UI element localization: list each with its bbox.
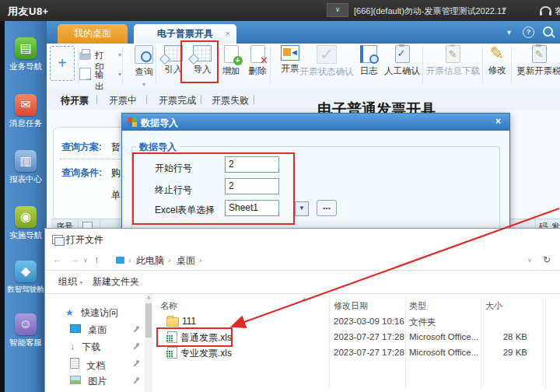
history-caret-icon[interactable]: ∨ [83, 257, 88, 264]
document-tabbar: 我的桌面 电子普票开具 × ▼ ? [47, 21, 560, 44]
dialog-title: 数据导入 [141, 117, 178, 130]
open-file-title: 打开文件 [66, 233, 103, 247]
sheet-select-combo[interactable]: Sheet1 [225, 200, 279, 216]
breadcrumb-desktop[interactable]: 桌面 [177, 254, 195, 268]
organize-button[interactable]: 组织 ▾ [58, 275, 82, 289]
tabbar-caret-icon[interactable]: ▼ [506, 29, 513, 37]
pin-icon [132, 376, 140, 384]
tab-invoicing[interactable]: 开票中 [109, 94, 137, 107]
delete-page-icon: ✕ [250, 45, 265, 63]
import-button[interactable]: 导入 [187, 45, 218, 75]
headset-icon[interactable] [540, 6, 551, 14]
up-icon[interactable]: ↑ [94, 254, 100, 265]
place-pictures[interactable]: 图片 [70, 375, 107, 388]
query-condition-value2: 单 [111, 189, 121, 202]
tab-failed[interactable]: 开票失败 [212, 94, 249, 107]
breadcrumb-this-pc[interactable]: 此电脑 [136, 254, 164, 268]
file-row-folder-111[interactable]: 111 2023-03-09 10:16 文件夹 [45, 314, 560, 329]
log-button[interactable]: 日志 [356, 45, 381, 77]
import-sheet-icon [193, 45, 212, 61]
organize-caret-icon: ▾ [79, 279, 82, 286]
end-row-label: 终止行号 [155, 184, 192, 197]
sidebar-item-impl-nav[interactable]: 实施导航 [5, 206, 47, 241]
column-date[interactable]: 修改日期 [334, 300, 368, 312]
sidebar-item-business-nav[interactable]: 业务导航 [5, 37, 47, 72]
dialog-grid-icon [128, 117, 137, 127]
dialog-close-icon[interactable]: × [495, 116, 501, 127]
manual-confirm-button[interactable]: 人工确认 [383, 45, 422, 77]
workspace-caret-icon[interactable]: ▼ [501, 5, 508, 13]
tab-close-icon[interactable]: × [226, 24, 230, 44]
titlebar-right-text: 客 [555, 5, 560, 17]
pull-in-sheet-icon [164, 45, 183, 61]
export-caret-icon: ▾ [118, 71, 121, 78]
query-magnifier-icon [135, 45, 153, 64]
query-scheme-value: 暂 [111, 141, 121, 154]
compass-icon [15, 206, 37, 228]
print-caret-icon: ▾ [118, 51, 121, 58]
status-check-icon [317, 45, 337, 64]
add-tab-button[interactable]: + [50, 46, 75, 81]
file-row-putong-fapiao[interactable]: 普通发票.xls 2023-07-27 17:28 Microsoft Offi… [45, 330, 560, 345]
address-dropdown-icon[interactable]: ∨ [527, 257, 532, 264]
column-type[interactable]: 类型 [409, 300, 426, 312]
invoice-icon [281, 45, 299, 61]
ribbon-toolbar: + 打印 ▾ 输出 ▾ 查询 ▾ 引入 导入 + 增加 [47, 44, 560, 90]
data-import-dialog: 数据导入 × 数据导入 开始行号 2 终止行号 2 Excel表单选择 Shee… [121, 113, 510, 237]
new-folder-button[interactable]: 新建文件夹 [93, 275, 139, 289]
this-pc-icon [116, 257, 124, 264]
app-window: 用友U8+ ∨ [666](default)勿动-发票管理测试2022.11 ▼… [0, 0, 560, 392]
pin-icon [132, 359, 140, 367]
excel-file-icon [167, 331, 177, 343]
refresh-icon[interactable]: ↻ [543, 254, 551, 265]
scroll-up-icon[interactable]: ∧ [145, 294, 152, 302]
start-row-label: 开始行号 [155, 162, 192, 175]
help-icon[interactable]: ? [523, 26, 534, 38]
sidebar-item-report-center[interactable]: 报表中心 [5, 150, 47, 185]
excel-file-icon [167, 347, 177, 359]
end-row-input[interactable]: 2 [225, 178, 279, 194]
modify-button[interactable]: 修改 [484, 45, 510, 76]
sidebar-item-message-task[interactable]: 消息任务 [5, 94, 47, 129]
search-icon[interactable] [543, 26, 553, 37]
dialog-titlebar[interactable]: 数据导入 × [122, 114, 509, 131]
delete-button[interactable]: ✕ 删除 [242, 45, 273, 77]
printer-icon [79, 52, 91, 60]
browse-file-button[interactable]: ... [317, 200, 337, 216]
workspace-title: [666](default)勿动-发票管理测试2022.11 [354, 5, 506, 17]
app-logo: 用友U8+ [8, 5, 49, 19]
app-sidebar: 业务导航 消息任务 报表中心 实施导航 数智驾驶舱 智能客服 [5, 21, 47, 392]
query-condition-value: 购 [111, 166, 121, 180]
invoice-status-confirm-button[interactable]: 开票状态确认 [299, 45, 354, 78]
report-center-icon [15, 150, 37, 172]
tab-my-desktop[interactable]: 我的桌面 [58, 24, 128, 44]
export-icon [79, 68, 91, 80]
file-row-zhuanye-fapiao[interactable]: 专业发票.xls 2023-07-27 17:28 Microsoft Offi… [45, 345, 560, 360]
sidebar-item-smart-service[interactable]: 智能客服 [5, 313, 47, 348]
titlebar-dropdown-button[interactable]: ∨ [327, 3, 348, 17]
tab-einvoice[interactable]: 电子普票开具 × [134, 24, 236, 44]
query-caret-icon: ▾ [142, 81, 145, 88]
status-tabbar: 待开票 开票中 开票完成 开票失败 [47, 89, 560, 110]
update-tax-clipboard-icon [532, 45, 547, 63]
sidebar-item-cockpit[interactable]: 数智驾驶舱 [5, 261, 47, 295]
smart-service-icon [15, 313, 37, 335]
print-button[interactable]: 打印 ▾ [79, 48, 91, 62]
open-file-icon [52, 235, 63, 244]
pull-in-button[interactable]: 引入 [158, 45, 189, 75]
column-name[interactable]: 名称 [160, 300, 177, 312]
tab-pending[interactable]: 待开票 [61, 94, 89, 107]
log-icon [360, 45, 377, 63]
invoice-info-download-button[interactable]: 开票信息下载 [426, 45, 479, 77]
update-tax-button[interactable]: 更新开票税 [514, 45, 560, 77]
tab-completed[interactable]: 开票完成 [159, 94, 196, 107]
sheet-dropdown-icon[interactable]: ▼ [295, 201, 309, 216]
cockpit-icon [15, 261, 37, 282]
start-row-input[interactable]: 2 [225, 156, 279, 173]
column-size[interactable]: 大小 [485, 300, 502, 312]
query-button[interactable]: 查询 ▾ [126, 45, 162, 89]
export-button[interactable]: 输出 ▾ [79, 68, 91, 82]
back-icon[interactable]: ← [52, 254, 62, 265]
forward-icon[interactable]: → [69, 254, 79, 265]
sort-caret-icon: ∧ [302, 296, 306, 303]
